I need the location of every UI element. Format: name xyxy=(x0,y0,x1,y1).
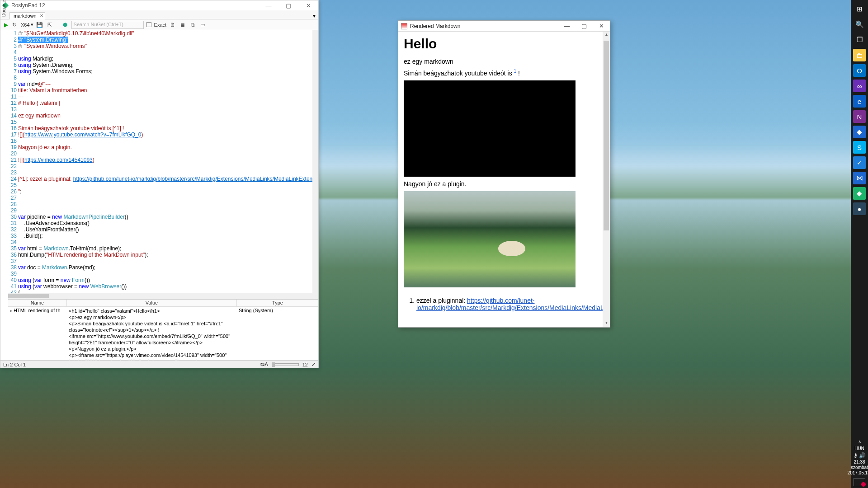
todo-icon[interactable]: ✓ xyxy=(853,156,866,169)
file-explorer-icon[interactable]: 🗀 xyxy=(853,49,866,61)
roslynpad-titlebar[interactable]: RoslynPad 12 — ▢ ✕ xyxy=(0,0,318,10)
results-header: Name Value Type xyxy=(8,300,318,307)
minimize-button[interactable]: — xyxy=(259,2,278,9)
scrollbar-thumb[interactable] xyxy=(8,294,49,298)
minimize-button[interactable]: — xyxy=(558,23,576,29)
vs-code-icon[interactable]: ⋈ xyxy=(853,172,866,184)
col-name[interactable]: Name xyxy=(8,300,67,306)
result-type: String (System) xyxy=(237,307,318,368)
documents-panel-label[interactable]: Documents xyxy=(1,0,6,17)
scroll-down-icon[interactable]: ▾ xyxy=(603,320,610,327)
col-type[interactable]: Type xyxy=(237,300,318,306)
system-tray: ∧ HUN ⚷ 🔊 21:38 szombat 2017.05.13. xyxy=(848,439,868,488)
tab-strip: Documents markdown ✕ ▾ xyxy=(0,10,318,19)
scroll-up-icon[interactable]: ▴ xyxy=(603,32,610,39)
editor-scrollbar-vertical[interactable] xyxy=(312,30,318,299)
start-button[interactable]: ⊞ xyxy=(853,3,866,15)
clock-time: 21:38 xyxy=(848,460,868,465)
expand-icon[interactable]: ▸ xyxy=(10,308,13,313)
exact-checkbox[interactable] xyxy=(146,22,151,27)
rendered-window: Rendered Markdown — ▢ ✕ Hello ez egy mar… xyxy=(398,20,610,328)
rendered-p3: Nagyon jó ez a plugin. xyxy=(404,180,604,188)
code-editor[interactable]: 1234567891011121314151617181920212223242… xyxy=(8,30,318,299)
steam-icon[interactable]: ● xyxy=(853,202,866,215)
results-panel: Name Value Type ▸HTML rendering of th <h… xyxy=(8,299,318,368)
clock[interactable]: 21:38 szombat 2017.05.13. xyxy=(848,460,868,476)
exact-label: Exact xyxy=(154,22,167,28)
scroll-thumb[interactable] xyxy=(604,41,609,230)
tool-icon-3[interactable]: ⧉ xyxy=(189,22,196,28)
notifications-button[interactable] xyxy=(854,478,865,486)
search-icon[interactable]: 🔍 xyxy=(853,18,866,31)
tool-icon-4[interactable]: ▭ xyxy=(199,22,206,28)
network-icon[interactable]: ⚷ xyxy=(854,453,858,458)
nuget-search-input[interactable]: Search NuGet (Ctrl+T) xyxy=(71,21,144,29)
reload-button[interactable]: ↻ xyxy=(11,22,18,28)
skype-icon[interactable]: S xyxy=(853,141,866,154)
status-bar: Ln 2 Col 1 ↹A 12 ⤢ xyxy=(0,360,318,368)
toolbar: ▶ ↻ X64 ▾ 💾 ⇱ ⬢ Search NuGet (Ctrl+T) Ex… xyxy=(0,19,318,30)
form-icon xyxy=(401,23,407,29)
results-row[interactable]: ▸HTML rendering of th <h1 id="hello" cla… xyxy=(8,307,318,368)
volume-icon[interactable]: 🔊 xyxy=(859,453,866,458)
tray-overflow-icon[interactable]: ∧ xyxy=(858,439,861,445)
footnote-list: ezzel a pluginnal: https://github.com/lu… xyxy=(404,297,604,311)
editor-scrollbar-horizontal[interactable] xyxy=(8,293,312,299)
footnote-separator xyxy=(404,293,604,293)
platform-label: X64 xyxy=(21,22,30,28)
tool-icon-2[interactable]: ≣ xyxy=(179,22,186,28)
status-expand-icon[interactable]: ⤢ xyxy=(311,361,316,367)
outlook-icon[interactable]: O xyxy=(853,64,866,77)
close-button[interactable]: ✕ xyxy=(298,2,318,9)
code-area[interactable]: #r "$NuGet\Markdig\0.10.7\lib\net40\Mark… xyxy=(18,30,318,299)
language-indicator[interactable]: HUN xyxy=(854,446,864,451)
onenote-icon[interactable]: N xyxy=(853,110,866,123)
save-button[interactable]: 💾 xyxy=(36,22,43,28)
col-value[interactable]: Value xyxy=(67,300,237,306)
run-button[interactable]: ▶ xyxy=(4,22,8,28)
maximize-button[interactable]: ▢ xyxy=(278,2,298,9)
tab-label: markdown xyxy=(14,13,37,19)
clock-day: szombat xyxy=(848,465,868,470)
rendered-titlebar[interactable]: Rendered Markdown — ▢ ✕ xyxy=(398,21,610,32)
rendered-body[interactable]: Hello ez egy markdown Simán beágyazhatok… xyxy=(398,32,610,327)
visual-studio-icon[interactable]: ∞ xyxy=(853,80,866,92)
roslynpad-window: RoslynPad 12 — ▢ ✕ Documents markdown ✕ … xyxy=(0,0,319,368)
clock-date: 2017.05.13. xyxy=(848,470,868,476)
result-value: <h1 id="hello" class="valami">Hello</h1>… xyxy=(67,307,237,368)
tool-icon-1[interactable]: 🗎 xyxy=(169,22,176,28)
tab-close-icon[interactable]: ✕ xyxy=(40,13,43,18)
maximize-button[interactable]: ▢ xyxy=(576,23,593,29)
status-count: 12 xyxy=(302,362,308,367)
platform-combo[interactable]: X64 ▾ xyxy=(21,22,33,28)
cursor-position: Ln 2 Col 1 xyxy=(3,362,26,367)
app-icon-blue[interactable]: ◆ xyxy=(853,126,866,138)
roslynpad-title-text: RoslynPad 12 xyxy=(11,2,45,9)
result-name: ▸HTML rendering of th xyxy=(8,307,67,368)
rendered-heading: Hello xyxy=(404,36,604,52)
nuget-icon[interactable]: ⬢ xyxy=(61,22,69,28)
taskbar: ⊞🔍❐🗀O∞eN◆S✓⋈◆● ∧ HUN ⚷ 🔊 21:38 szombat 2… xyxy=(851,0,868,488)
line-gutter: 1234567891011121314151617181920212223242… xyxy=(8,30,18,299)
caret-down-icon: ▾ xyxy=(31,22,33,28)
task-view-icon[interactable]: ❐ xyxy=(853,33,866,46)
rendered-title-text: Rendered Markdown xyxy=(410,23,460,29)
vimeo-embed[interactable] xyxy=(404,191,576,287)
footnote-item: ezzel a pluginnal: https://github.com/lu… xyxy=(416,297,604,311)
close-button[interactable]: ✕ xyxy=(593,23,610,29)
edge-icon[interactable]: e xyxy=(853,95,866,108)
new-tab-button[interactable]: ▾ xyxy=(313,13,316,19)
tab-markdown[interactable]: markdown ✕ xyxy=(9,12,45,19)
tab-mode-icon[interactable]: ↹A xyxy=(260,361,268,367)
youtube-embed[interactable] xyxy=(404,80,576,177)
roslynpad-icon[interactable]: ◆ xyxy=(853,187,866,200)
rendered-scrollbar[interactable]: ▴ ▾ xyxy=(603,32,610,327)
rendered-p1: ez egy markdown xyxy=(404,58,604,65)
zoom-slider[interactable] xyxy=(272,362,275,367)
open-button[interactable]: ⇱ xyxy=(46,22,53,28)
rendered-p2: Simán beágyazhatok youtube videót is 1 ! xyxy=(404,69,604,77)
